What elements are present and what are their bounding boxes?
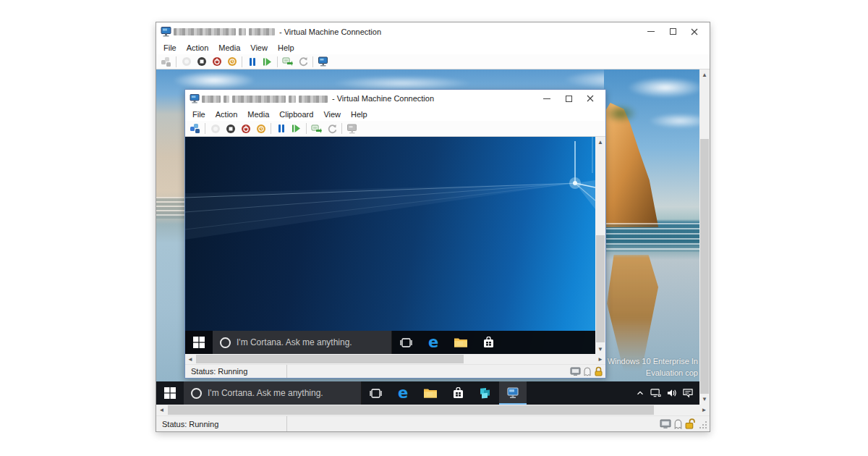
- enhanced-session-button[interactable]: [315, 54, 331, 69]
- vmconnect-taskbar-button[interactable]: [499, 381, 527, 405]
- pause-button[interactable]: [273, 122, 289, 136]
- save-icon: [256, 124, 266, 134]
- cortana-search-box[interactable]: I'm Cortana. Ask me anything.: [213, 331, 392, 354]
- close-button[interactable]: [579, 90, 601, 107]
- inner-horizontal-scrollbar[interactable]: ◄ ►: [185, 354, 605, 364]
- start-vm-button[interactable]: [179, 54, 194, 69]
- turn-off-button[interactable]: [223, 122, 238, 136]
- cloud: [647, 113, 699, 129]
- scrollbar-thumb[interactable]: [700, 139, 709, 394]
- store-button[interactable]: [444, 381, 472, 405]
- hyperv-manager-button[interactable]: [472, 381, 499, 405]
- display-scale-icon: [570, 367, 581, 376]
- resume-button[interactable]: [289, 122, 304, 136]
- statusbar-divider: [286, 416, 287, 431]
- outer-menubar: File Action Media View Help: [156, 41, 710, 54]
- inner-titlebar[interactable]: - Virtual Machine Connection: [185, 90, 605, 107]
- turn-off-button[interactable]: [194, 54, 209, 69]
- menu-action[interactable]: Action: [210, 109, 243, 120]
- start-button[interactable]: [185, 331, 213, 354]
- save-vm-button[interactable]: [253, 122, 268, 136]
- edge-button[interactable]: e: [420, 331, 447, 354]
- toolbar-separator: [306, 123, 307, 134]
- vmconnect-app-icon: [161, 27, 172, 37]
- resume-button[interactable]: [260, 54, 275, 69]
- scrollbar-thumb[interactable]: [168, 405, 654, 415]
- scroll-up-button[interactable]: ▲: [595, 137, 605, 147]
- close-button[interactable]: [684, 22, 705, 41]
- resize-grip[interactable]: [699, 421, 707, 429]
- scrollbar-thumb[interactable]: [196, 355, 464, 363]
- network-icon[interactable]: [650, 388, 662, 398]
- unlock-icon: [685, 418, 695, 429]
- start-vm-button[interactable]: [208, 122, 223, 136]
- maximize-button[interactable]: [558, 90, 579, 107]
- menu-help[interactable]: Help: [273, 42, 299, 54]
- maximize-button[interactable]: [662, 22, 684, 41]
- task-view-button[interactable]: [362, 381, 389, 405]
- ctrl-alt-del-button[interactable]: [187, 122, 203, 136]
- shut-down-button[interactable]: [238, 122, 253, 136]
- outer-horizontal-scrollbar[interactable]: ◄ ►: [156, 405, 710, 415]
- vm-name-redacted: [172, 25, 276, 38]
- menu-view[interactable]: View: [245, 42, 273, 54]
- evaluation-watermark: Windows 10 Enterprise In Evaluation cop: [608, 355, 698, 379]
- window-title: - Virtual Machine Connection: [279, 28, 381, 36]
- checkpoint-button[interactable]: [280, 54, 295, 69]
- checkpoint-button[interactable]: [309, 122, 324, 136]
- scroll-right-button[interactable]: ►: [699, 405, 710, 415]
- menu-media[interactable]: Media: [242, 109, 274, 120]
- pause-button[interactable]: [244, 54, 260, 69]
- file-explorer-button[interactable]: [417, 381, 444, 405]
- checkpoint-icon: [282, 56, 293, 67]
- volume-icon[interactable]: [666, 388, 678, 398]
- menu-clipboard[interactable]: Clipboard: [274, 109, 318, 120]
- revert-button[interactable]: [324, 122, 339, 136]
- store-icon: [483, 337, 494, 348]
- edge-button[interactable]: e: [389, 381, 417, 405]
- menu-view[interactable]: View: [318, 109, 346, 120]
- action-center-icon[interactable]: [682, 388, 694, 398]
- save-vm-button[interactable]: [224, 54, 239, 69]
- pause-icon: [277, 124, 286, 133]
- cliff-photo-region: [604, 69, 699, 381]
- toolbar-separator: [277, 56, 278, 67]
- file-explorer-button[interactable]: [447, 331, 475, 354]
- minimize-button[interactable]: [536, 90, 558, 107]
- scrollbar-thumb[interactable]: [596, 235, 605, 342]
- tray-chevron-icon[interactable]: [635, 388, 645, 398]
- menu-media[interactable]: Media: [213, 42, 245, 54]
- outer-taskbar: I'm Cortana. Ask me anything. e: [156, 381, 699, 405]
- minimize-button[interactable]: [640, 22, 662, 41]
- store-button[interactable]: [475, 331, 502, 354]
- ctrl-alt-del-button[interactable]: [158, 54, 174, 69]
- inner-statusbar: Status: Running: [185, 364, 605, 378]
- cloud: [171, 71, 258, 90]
- inner-menubar: File Action Media Clipboard View Help: [185, 107, 605, 121]
- scroll-left-button[interactable]: ◄: [185, 354, 195, 364]
- start-button[interactable]: [156, 381, 184, 405]
- inner-vertical-scrollbar[interactable]: ▲ ▼: [595, 137, 605, 354]
- scroll-down-button[interactable]: ▼: [595, 344, 605, 354]
- cortana-search-box[interactable]: I'm Cortana. Ask me anything.: [184, 381, 362, 405]
- shut-down-button[interactable]: [209, 54, 224, 69]
- menu-action[interactable]: Action: [182, 42, 214, 54]
- session-icon: [583, 366, 592, 376]
- scroll-left-button[interactable]: ◄: [156, 405, 167, 415]
- outer-vertical-scrollbar[interactable]: ▲ ▼: [699, 69, 710, 405]
- enhanced-session-button[interactable]: [344, 122, 359, 136]
- scroll-up-button[interactable]: ▲: [699, 69, 710, 80]
- scroll-down-button[interactable]: ▼: [699, 394, 710, 405]
- outer-vm-desktop: Windows 10 Enterprise In Evaluation cop: [156, 69, 699, 405]
- status-text: Status: Running: [156, 420, 286, 428]
- task-view-button[interactable]: [392, 331, 420, 354]
- scroll-right-button[interactable]: ►: [595, 354, 605, 364]
- shut-down-icon: [212, 56, 222, 67]
- outer-titlebar[interactable]: - Virtual Machine Connection: [156, 22, 710, 41]
- menu-file[interactable]: File: [158, 42, 182, 54]
- ctrl-alt-del-icon: [161, 56, 171, 67]
- menu-help[interactable]: Help: [346, 109, 373, 120]
- enhanced-session-icon: [318, 56, 328, 67]
- revert-button[interactable]: [295, 54, 310, 69]
- menu-file[interactable]: File: [187, 109, 210, 120]
